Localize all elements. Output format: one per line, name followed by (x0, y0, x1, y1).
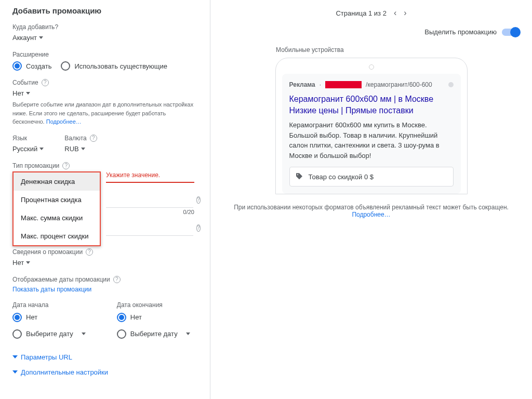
ad-description: Керамогранит 600х600 мм купить в Москве.… (289, 120, 454, 161)
chevron-down-icon (39, 36, 43, 39)
start-date-none-radio[interactable]: Нет (12, 313, 86, 322)
promo-item-counter: 0/20 (106, 209, 194, 215)
chevron-down-icon (26, 261, 30, 264)
mobile-preview: Реклама · /керамогранит/600-600 Керамогр… (275, 58, 468, 194)
promo-details-value: Нет (12, 259, 24, 267)
help-icon[interactable]: ? (196, 224, 201, 232)
promo-details-dropdown[interactable]: Нет (12, 258, 30, 268)
language-value: Русский (12, 145, 37, 153)
event-hint: Выберите событие или диапазон дат в допо… (12, 100, 200, 126)
chevron-down-icon (12, 370, 18, 374)
promo-type-option[interactable]: Денежная скидка (14, 172, 100, 191)
promo-type-option[interactable]: Макс. сумма скидки (14, 209, 100, 227)
promo-type-label: Тип промоакции ? (12, 162, 200, 169)
promo-type-option[interactable]: Процентная скидка (14, 191, 100, 209)
currency-section: Валюта ? RUB (64, 135, 97, 154)
ad-url-suffix: /керамогранит/600-600 (366, 81, 432, 88)
help-icon[interactable]: ? (42, 79, 49, 86)
chevron-down-icon (82, 332, 86, 335)
preview-footer-note: При использовании некоторых форматов объ… (221, 204, 522, 218)
radio-checked-icon (12, 313, 22, 322)
chevron-down-icon (12, 355, 18, 358)
end-date-none-radio[interactable]: Нет (117, 313, 190, 322)
display-dates-label: Отображаемые даты промоакции ? (12, 276, 200, 283)
page-title: Добавить промоакцию (12, 6, 200, 15)
help-icon[interactable]: ? (196, 196, 201, 204)
promo-type-dropdown-menu[interactable]: Денежная скидка Процентная скидка Макс. … (12, 171, 101, 246)
advanced-settings-toggle[interactable]: Дополнительные настройки (12, 368, 200, 376)
end-date-label: Дата окончания (117, 301, 190, 309)
ad-promo-extension: Товар со скидкой 0 $ (289, 167, 454, 187)
highlight-toggle[interactable] (502, 29, 520, 36)
promo-value-error: Укажите значение. (106, 171, 194, 183)
help-icon[interactable]: ? (62, 162, 70, 169)
price-tag-icon (295, 172, 303, 181)
currency-dropdown[interactable]: RUB (64, 144, 85, 154)
pager-next-button[interactable]: › (404, 8, 406, 18)
currency-label: Валюта ? (64, 135, 97, 142)
event-value: Нет (12, 89, 24, 97)
radio-checked-icon (12, 61, 22, 71)
pager-prev-button[interactable]: ‹ (394, 8, 396, 18)
language-dropdown[interactable]: Русский (12, 144, 44, 154)
chevron-down-icon (81, 148, 85, 150)
start-date-pick-radio[interactable]: Выберите дату (12, 329, 86, 339)
show-dates-link[interactable]: Показать даты промоакции (12, 286, 91, 293)
extension-create-radio[interactable]: Создать (12, 61, 51, 71)
form-panel: Добавить промоакцию Куда добавить? Аккау… (0, 0, 210, 399)
display-dates-section: Отображаемые даты промоакции ? Показать … (12, 276, 200, 293)
extension-existing-radio[interactable]: Использовать существующие (61, 61, 167, 71)
info-icon[interactable] (448, 82, 454, 87)
event-section: Событие ? Нет Выберите событие или диапа… (12, 79, 200, 126)
currency-value: RUB (64, 145, 78, 153)
preview-panel: Страница 1 из 2 ‹ › Выделить промоакцию … (210, 0, 532, 399)
help-icon[interactable]: ? (86, 248, 93, 256)
event-label: Событие ? (12, 79, 200, 86)
end-date-pick-radio[interactable]: Выберите дату (117, 329, 190, 339)
radio-checked-icon (117, 313, 126, 322)
extension-create-label: Создать (26, 62, 51, 70)
url-params-toggle[interactable]: Параметры URL (12, 353, 200, 361)
help-icon[interactable]: ? (113, 276, 121, 283)
ad-badge: Реклама (289, 81, 315, 88)
ad-headline: Керамогранит 600х600 мм | в Москве Низки… (289, 94, 454, 116)
event-hint-link[interactable]: Подробнее… (46, 118, 82, 125)
promo-url-input[interactable] (106, 220, 193, 236)
ad-preview-card: Реклама · /керамогранит/600-600 Керамогр… (282, 74, 461, 194)
date-range-section: Дата начала Нет Выберите дату Дата оконч… (12, 301, 200, 346)
start-date-label: Дата начала (12, 301, 86, 309)
ad-domain-redacted (325, 81, 362, 88)
promo-details-section: Сведения о промоакции ? Нет (12, 248, 200, 268)
extension-label: Расширение (12, 51, 200, 58)
promo-type-option[interactable]: Макс. процент скидки (14, 227, 100, 245)
radio-unchecked-icon (117, 329, 126, 339)
highlight-label: Выделить промоакцию (424, 28, 497, 36)
language-label: Язык (12, 135, 44, 142)
pager-text: Страница 1 из 2 (336, 9, 386, 17)
phone-camera-icon (369, 64, 374, 70)
preview-footer-link[interactable]: Подробнее… (352, 211, 390, 218)
chevron-down-icon (186, 332, 190, 335)
add-to-section: Куда добавить? Аккаунт (12, 23, 200, 43)
language-section: Язык Русский (12, 135, 44, 154)
promo-details-label: Сведения о промоакции ? (12, 248, 200, 256)
ad-ext-text: Товар со скидкой 0 $ (309, 173, 374, 181)
radio-unchecked-icon (12, 329, 22, 339)
add-to-dropdown[interactable]: Аккаунт (12, 33, 43, 43)
extension-existing-label: Использовать существующие (74, 62, 167, 70)
promo-type-section: Тип промоакции ? Денежная скидка Процент… (12, 162, 200, 238)
preview-pager: Страница 1 из 2 ‹ › (219, 5, 524, 25)
help-icon[interactable]: ? (90, 135, 97, 142)
chevron-down-icon (39, 148, 44, 150)
extension-section: Расширение Создать Использовать существу… (12, 51, 200, 71)
event-dropdown[interactable]: Нет (12, 88, 30, 98)
add-to-value: Аккаунт (12, 34, 37, 42)
add-to-label: Куда добавить? (12, 23, 200, 31)
chevron-down-icon (26, 92, 30, 95)
promo-item-input[interactable] (106, 192, 193, 208)
device-label: Мобильные устройства (276, 46, 344, 54)
radio-unchecked-icon (61, 61, 70, 71)
